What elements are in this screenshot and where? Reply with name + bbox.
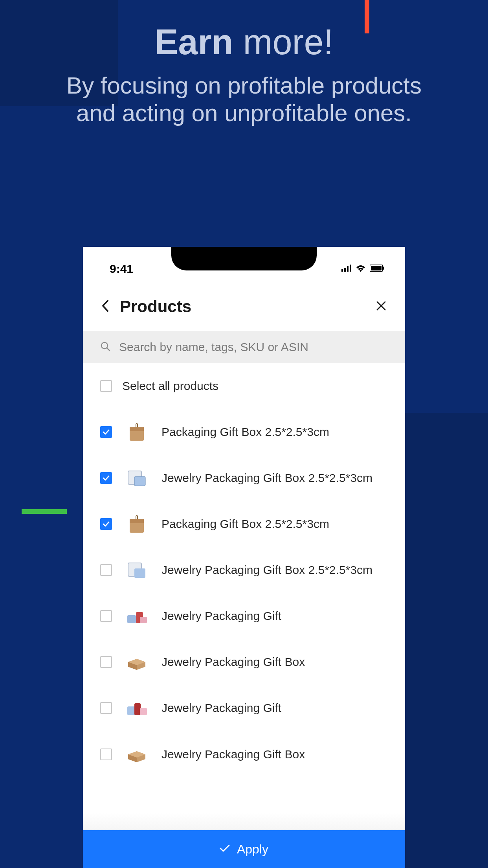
- svg-rect-23: [140, 708, 147, 715]
- search-bar[interactable]: [83, 331, 405, 363]
- back-icon[interactable]: [102, 300, 109, 313]
- svg-line-8: [107, 348, 110, 351]
- product-row[interactable]: Jewelry Packaging Gift Box 2.5*2.5*3cm: [100, 455, 388, 501]
- product-row[interactable]: Jewelry Packaging Gift: [100, 685, 388, 731]
- product-thumb-icon: [122, 509, 151, 539]
- product-thumb-icon: [122, 463, 151, 493]
- product-name: Packaging Gift Box 2.5*2.5*3cm: [161, 425, 329, 439]
- apply-button[interactable]: Apply: [83, 830, 405, 868]
- svg-rect-2: [347, 266, 349, 272]
- screen-header: Products: [83, 278, 405, 331]
- page-title: Products: [120, 297, 191, 316]
- wifi-icon: [356, 264, 366, 274]
- svg-rect-6: [383, 267, 384, 270]
- phone-frame: 9:41 Products: [83, 247, 405, 868]
- svg-rect-5: [371, 266, 382, 270]
- product-name: Jewelry Packaging Gift: [161, 609, 281, 623]
- product-checkbox[interactable]: [100, 702, 112, 714]
- signal-icon: [341, 265, 352, 273]
- select-all-label: Select all products: [122, 379, 218, 393]
- product-list: Select all products Packaging Gift Box 2…: [83, 363, 405, 777]
- svg-rect-10: [130, 427, 144, 431]
- svg-rect-12: [134, 476, 145, 486]
- svg-rect-18: [127, 615, 136, 623]
- product-row[interactable]: Jewelry Packaging Gift: [100, 593, 388, 639]
- svg-rect-1: [344, 268, 346, 272]
- hero-title: Earn more!: [0, 24, 488, 61]
- product-row[interactable]: Jewelry Packaging Gift Box: [100, 639, 388, 685]
- hero-subtitle: By focusing on profitable products and a…: [0, 72, 488, 128]
- product-checkbox[interactable]: [100, 518, 112, 530]
- close-icon[interactable]: [376, 301, 386, 313]
- search-input[interactable]: [119, 340, 388, 354]
- search-icon: [100, 341, 110, 353]
- product-checkbox[interactable]: [100, 564, 112, 576]
- product-checkbox[interactable]: [100, 426, 112, 438]
- product-checkbox[interactable]: [100, 748, 112, 760]
- product-row[interactable]: Jewelry Packaging Gift Box 2.5*2.5*3cm: [100, 547, 388, 593]
- svg-rect-20: [140, 617, 147, 623]
- svg-rect-3: [350, 265, 351, 272]
- product-name: Jewelry Packaging Gift Box: [161, 655, 305, 669]
- product-name: Jewelry Packaging Gift Box 2.5*2.5*3cm: [161, 471, 372, 485]
- product-row[interactable]: Packaging Gift Box 2.5*2.5*3cm: [100, 501, 388, 547]
- status-icons: [341, 264, 385, 274]
- select-all-checkbox[interactable]: [100, 380, 112, 392]
- product-thumb-icon: [122, 555, 151, 585]
- svg-rect-22: [134, 703, 141, 715]
- hero-title-bold: Earn: [154, 22, 233, 62]
- svg-rect-0: [341, 269, 343, 272]
- battery-icon: [370, 265, 385, 273]
- svg-rect-17: [134, 568, 145, 578]
- product-thumb-icon: [122, 647, 151, 677]
- product-thumb-icon: [122, 601, 151, 631]
- svg-rect-21: [127, 706, 135, 715]
- product-checkbox[interactable]: [100, 610, 112, 622]
- svg-rect-15: [130, 519, 144, 523]
- product-checkbox[interactable]: [100, 472, 112, 484]
- product-name: Jewelry Packaging Gift Box: [161, 748, 305, 761]
- product-thumb-icon: [122, 740, 151, 769]
- product-name: Packaging Gift Box 2.5*2.5*3cm: [161, 517, 329, 531]
- hero-section: Earn more! By focusing on profitable pro…: [0, 24, 488, 127]
- product-checkbox[interactable]: [100, 656, 112, 668]
- product-name: Jewelry Packaging Gift Box 2.5*2.5*3cm: [161, 563, 372, 577]
- hero-title-rest: more!: [233, 22, 334, 62]
- status-time: 9:41: [110, 262, 133, 276]
- product-thumb-icon: [122, 417, 151, 447]
- accent-green: [22, 509, 67, 514]
- select-all-row[interactable]: Select all products: [100, 363, 388, 409]
- apply-label: Apply: [237, 842, 268, 857]
- product-thumb-icon: [122, 693, 151, 723]
- product-row[interactable]: Packaging Gift Box 2.5*2.5*3cm: [100, 409, 388, 455]
- check-icon: [220, 844, 230, 854]
- product-row[interactable]: Jewelry Packaging Gift Box: [100, 731, 388, 777]
- phone-notch: [171, 247, 317, 270]
- product-name: Jewelry Packaging Gift: [161, 701, 281, 715]
